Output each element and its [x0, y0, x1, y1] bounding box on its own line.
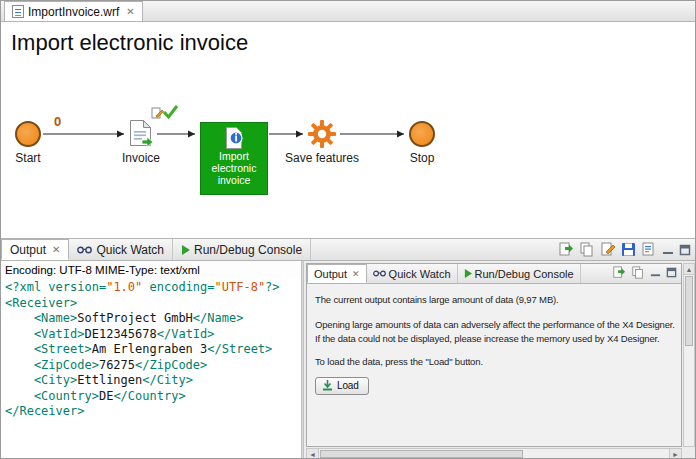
validation-check-icon — [162, 104, 179, 119]
run-console-icon — [181, 245, 190, 255]
maximize-panel-icon[interactable] — [679, 244, 691, 256]
xml-code-line: <Receiver> — [5, 296, 297, 312]
output-inner-window: Output ✕ Quick Watch — [306, 263, 682, 447]
xml-code-line: <VatId>DE12345678</VatId> — [5, 327, 297, 343]
xml-code-line: <Street>Am Erlengraben 3</Street> — [5, 342, 297, 358]
stop-node[interactable] — [409, 121, 435, 147]
scroll-left-icon[interactable]: ◄ — [307, 449, 319, 459]
notice-line-performance: Opening large amounts of data can advers… — [315, 319, 673, 330]
xml-code-line: <?xml version="1.0" encoding="UTF-8"?> — [5, 280, 297, 296]
editor-tab-label: ImportInvoice.wrf — [28, 5, 119, 19]
import-node-label-line3: invoice — [218, 174, 251, 186]
xml-code[interactable]: <?xml version="1.0" encoding="UTF-8"?><R… — [1, 278, 301, 422]
horizontal-scroll-thumb[interactable] — [320, 450, 523, 458]
xml-code-line: <ZipCode>76275</ZipCode> — [5, 358, 297, 374]
start-node-label: Start — [3, 151, 53, 165]
inner-tab-quick-watch-label: Quick Watch — [389, 268, 451, 280]
tab-importinvoice-wrf[interactable]: ImportInvoice.wrf ✕ — [4, 1, 143, 21]
output-toolbar — [558, 242, 691, 257]
inner-tab-output-label: Output — [314, 268, 347, 280]
horizontal-scroll-track[interactable] — [319, 449, 669, 459]
save-features-node-label: Save features — [284, 151, 360, 165]
workflow-canvas[interactable]: Import electronic invoice 0 Start — [1, 22, 695, 239]
glasses-icon — [373, 270, 386, 277]
inner-tab-run-debug-console-label: Run/Debug Console — [475, 268, 574, 280]
inner-toolbar — [612, 266, 677, 279]
iteration-count-badge: 0 — [54, 114, 61, 129]
x4-designer-window: ImportInvoice.wrf ✕ Import electronic in… — [0, 0, 696, 459]
notice-line-load: To load the data, press the "Load" butto… — [315, 356, 673, 367]
notice-line-memory: If the data could not be displayed, plea… — [315, 333, 673, 344]
gear-icon — [307, 119, 337, 149]
save-output-icon[interactable] — [621, 242, 636, 257]
stop-node-label: Stop — [397, 151, 447, 165]
minimize-panel-icon[interactable] — [650, 267, 661, 278]
import-electronic-invoice-node[interactable]: Import electronic invoice — [200, 122, 268, 195]
glasses-icon — [77, 246, 92, 254]
scroll-up-icon[interactable]: ▲ — [684, 264, 694, 275]
xml-code-line: <Country>DE</Country> — [5, 389, 297, 405]
horizontal-scrollbar[interactable]: ◄ ► — [306, 448, 682, 459]
copy-output-icon[interactable] — [579, 242, 595, 257]
tab-quick-watch-label: Quick Watch — [96, 243, 164, 257]
bottom-panel-tabbar: Output ✕ Quick Watch Run/Debug Console — [1, 239, 695, 261]
tab-quick-watch[interactable]: Quick Watch — [69, 239, 173, 260]
notice-line-size: The current output contains large amount… — [315, 294, 673, 305]
output-notice-pane: Output ✕ Quick Watch — [304, 261, 695, 459]
close-output-tab-icon[interactable]: ✕ — [52, 244, 60, 255]
invoice-node[interactable] — [129, 119, 153, 151]
edit-output-icon[interactable] — [600, 242, 616, 257]
scroll-right-icon[interactable]: ► — [669, 449, 681, 459]
inner-tab-output[interactable]: Output ✕ — [307, 264, 367, 283]
import-node-label-line2: electronic — [212, 162, 257, 174]
inner-tabbar: Output ✕ Quick Watch — [307, 264, 681, 284]
tab-output[interactable]: Output ✕ — [1, 239, 69, 260]
load-button[interactable]: Load — [315, 377, 369, 395]
vertical-scrollbar[interactable]: ▲ — [683, 263, 695, 447]
tab-output-label: Output — [10, 243, 46, 257]
bottom-panes: Encoding: UTF-8 MIME-Type: text/xml <?xm… — [1, 261, 695, 459]
invoice-document-icon — [129, 119, 153, 147]
save-features-node[interactable] — [307, 119, 337, 153]
vertical-scroll-thumb[interactable] — [685, 276, 693, 346]
start-node[interactable] — [15, 121, 41, 147]
log-output-icon[interactable] — [641, 242, 657, 257]
run-console-icon — [464, 269, 472, 278]
workflow-file-icon — [12, 5, 24, 18]
load-icon — [322, 380, 333, 391]
inner-close-output-tab-icon[interactable]: ✕ — [352, 269, 360, 279]
copy-output-icon[interactable] — [631, 266, 645, 279]
xml-code-line: </Receiver> — [5, 404, 297, 420]
xml-code-line: <City>Ettlingen</City> — [5, 373, 297, 389]
output-xml-pane[interactable]: Encoding: UTF-8 MIME-Type: text/xml <?xm… — [1, 261, 301, 459]
export-output-icon[interactable] — [558, 242, 574, 257]
inner-tab-run-debug-console[interactable]: Run/Debug Console — [458, 264, 581, 283]
minimize-panel-icon[interactable] — [662, 244, 674, 256]
maximize-panel-icon[interactable] — [666, 267, 677, 278]
import-node-label-line1: Import — [219, 150, 249, 162]
xml-code-line: <Name>SoftProject GmbH</Name> — [5, 311, 297, 327]
tab-run-debug-console-label: Run/Debug Console — [194, 243, 302, 257]
encoding-info: Encoding: UTF-8 MIME-Type: text/xml — [1, 261, 301, 278]
close-tab-icon[interactable]: ✕ — [126, 6, 134, 17]
load-button-label: Load — [337, 380, 359, 391]
inner-tab-quick-watch[interactable]: Quick Watch — [367, 264, 458, 283]
service-document-icon — [223, 126, 245, 150]
tab-run-debug-console[interactable]: Run/Debug Console — [173, 239, 311, 260]
editor-tabbar: ImportInvoice.wrf ✕ — [1, 1, 695, 22]
invoice-node-label: Invoice — [117, 151, 165, 165]
export-output-icon[interactable] — [612, 266, 626, 279]
large-output-notice: The current output contains large amount… — [307, 284, 681, 446]
